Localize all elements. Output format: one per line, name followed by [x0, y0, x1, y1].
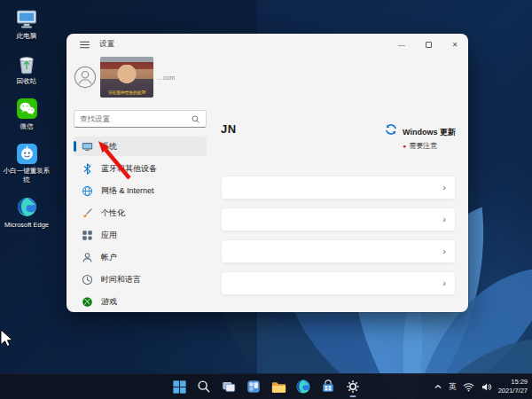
taskbar-edge-button[interactable] — [293, 376, 314, 397]
nav-item-gaming[interactable]: 游戏 — [74, 292, 207, 311]
desktop-icon-label: 此电脑 — [17, 32, 37, 41]
account-area[interactable]: 没有那种世俗的欲望 …com — [74, 55, 207, 99]
minimize-icon: — — [398, 41, 405, 49]
settings-sidebar: 没有那种世俗的欲望 …com 系统蓝牙和其他设备网络 & Internet个性化… — [66, 55, 214, 312]
nav-item-label: 帐户 — [101, 252, 117, 263]
taskbar-widgets-button[interactable] — [243, 376, 264, 397]
person-circle-icon — [74, 66, 97, 89]
chevron-right-icon: › — [442, 246, 446, 256]
settings-row[interactable]: › — [221, 207, 456, 231]
attention-dot-icon: ● — [403, 143, 406, 149]
desktop-icon-label: 微信 — [20, 122, 34, 131]
nav-item-label: 时间和语言 — [101, 274, 141, 286]
window-title: 设置 — [99, 39, 114, 50]
clock[interactable]: 15:29 2021/7/27 — [498, 378, 528, 395]
nav-item-personalization[interactable]: 个性化 — [74, 203, 207, 223]
chevron-right-icon: › — [442, 183, 446, 192]
nav-item-apps[interactable]: 应用 — [74, 225, 207, 245]
task-view-icon — [221, 379, 237, 395]
xiaobai-icon — [16, 142, 38, 165]
device-name: JN — [221, 122, 237, 136]
minimize-button[interactable]: — — [388, 34, 415, 55]
system-tray: 英 15:29 2021/7/27 — [434, 374, 528, 399]
nav-item-label: 个性化 — [101, 207, 125, 219]
nav-item-network[interactable]: 网络 & Internet — [74, 181, 207, 200]
close-button[interactable]: ✕ — [442, 34, 468, 55]
bluetooth-icon — [82, 163, 93, 175]
taskbar: 英 15:29 2021/7/27 — [0, 373, 532, 399]
volume-icon[interactable] — [481, 381, 492, 393]
desktop-icon-label: Microsoft Edge — [4, 221, 49, 230]
settings-row[interactable]: › — [221, 239, 456, 263]
titlebar[interactable]: 设置 — ✕ — [66, 34, 468, 55]
edge-icon — [16, 196, 38, 219]
taskbar-buttons — [168, 374, 364, 399]
file-explorer-icon — [270, 379, 287, 395]
maximize-button[interactable] — [415, 34, 442, 55]
network-icon — [82, 185, 93, 197]
accounts-icon — [82, 252, 93, 263]
nav-item-accounts[interactable]: 帐户 — [74, 247, 207, 267]
personalization-icon — [82, 207, 93, 219]
taskbar-file-explorer-button[interactable] — [268, 376, 289, 397]
settings-main-pane: JN Windows 更新 ● 需要注意 ›››› — [214, 55, 468, 312]
chevron-right-icon: › — [442, 215, 446, 224]
desktop-icon-area: 此电脑回收站微信小白一键重装系统Microsoft Edge — [2, 7, 51, 230]
settings-icon — [345, 379, 361, 395]
tray-chevron-up-icon[interactable] — [434, 382, 442, 391]
settings-search-box[interactable] — [74, 110, 207, 128]
system-icon — [82, 141, 93, 153]
search-input[interactable] — [80, 114, 191, 123]
ime-indicator[interactable]: 英 — [449, 381, 457, 393]
search-icon — [191, 114, 200, 124]
nav-item-time-language[interactable]: 时间和语言 — [74, 270, 207, 289]
desktop-icon-label: 小白一键重装系统 — [3, 167, 51, 184]
taskbar-search-button[interactable] — [193, 376, 215, 397]
tray-date: 2021/7/27 — [498, 387, 528, 395]
desktop-icon-this-pc[interactable]: 此电脑 — [2, 7, 51, 41]
windows-update-block[interactable]: Windows 更新 ● 需要注意 — [385, 122, 456, 151]
recycle-bin-icon — [15, 52, 38, 75]
windows-update-label: Windows 更新 — [403, 128, 456, 137]
this-pc-icon — [15, 7, 38, 30]
desktop-icon-xiaobai[interactable]: 小白一键重装系统 — [2, 142, 51, 184]
start-icon — [171, 379, 188, 395]
widgets-icon — [246, 379, 262, 395]
search-icon — [196, 379, 212, 395]
maximize-icon — [426, 42, 432, 48]
nav-item-label: 游戏 — [101, 296, 117, 308]
desktop-icon-edge[interactable]: Microsoft Edge — [2, 196, 51, 230]
nav-item-label: 网络 & Internet — [101, 185, 154, 197]
taskbar-start-button[interactable] — [168, 376, 190, 397]
update-status-text: 需要注意 — [409, 141, 437, 151]
wechat-icon — [16, 98, 38, 121]
taskbar-settings-button[interactable] — [342, 376, 364, 397]
settings-row[interactable]: › — [221, 176, 456, 200]
time-language-icon — [82, 274, 93, 286]
nav-item-bluetooth[interactable]: 蓝牙和其他设备 — [74, 159, 207, 178]
store-icon — [320, 379, 336, 395]
desktop-icon-wechat[interactable]: 微信 — [2, 98, 51, 131]
settings-window: 设置 — ✕ 没有那种世俗的欲望 …com 系统蓝牙和其他设备网络 & Inte… — [66, 34, 468, 312]
settings-row[interactable]: › — [221, 271, 456, 295]
nav-item-label: 蓝牙和其他设备 — [101, 163, 157, 175]
settings-rows: ›››› — [221, 176, 456, 295]
account-email: …com — [157, 74, 175, 81]
close-icon: ✕ — [452, 41, 458, 49]
hamburger-menu-button[interactable] — [75, 36, 93, 52]
nav-item-system[interactable]: 系统 — [74, 137, 207, 156]
settings-nav: 系统蓝牙和其他设备网络 & Internet个性化应用帐户时间和语言游戏辅助功能 — [74, 137, 207, 312]
nav-item-label: 应用 — [101, 230, 117, 241]
avatar[interactable]: 没有那种世俗的欲望 — [100, 57, 153, 98]
tray-time: 15:29 — [511, 378, 528, 386]
taskbar-store-button[interactable] — [317, 376, 339, 397]
taskbar-task-view-button[interactable] — [218, 376, 239, 397]
desktop-icon-label: 回收站 — [17, 77, 37, 86]
nav-item-label: 系统 — [101, 141, 117, 153]
network-icon[interactable] — [463, 381, 474, 393]
avatar-caption: 没有那种世俗的欲望 — [106, 90, 148, 96]
chevron-right-icon: › — [442, 278, 446, 288]
windows-update-icon — [385, 123, 397, 136]
desktop-icon-recycle-bin[interactable]: 回收站 — [2, 52, 51, 86]
edge-icon — [295, 379, 311, 395]
